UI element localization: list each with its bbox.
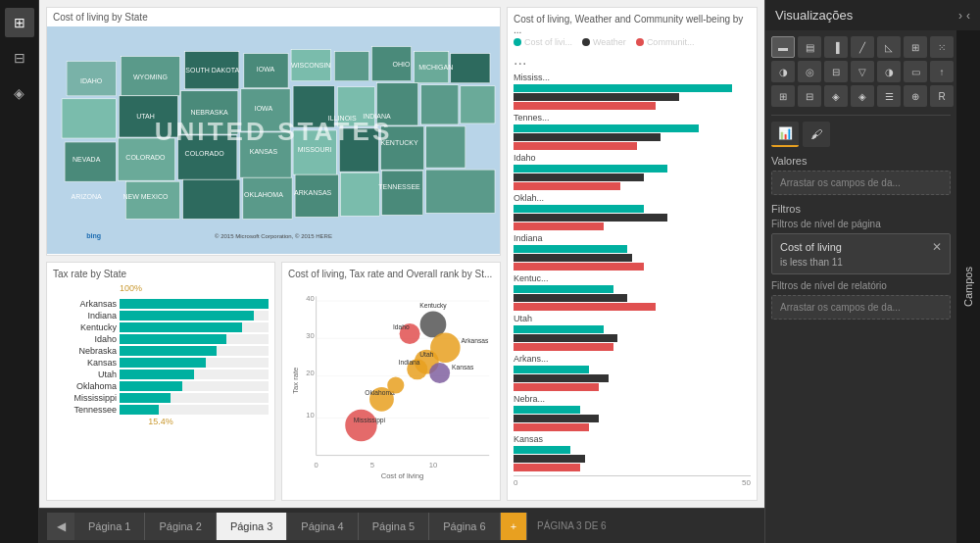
page-tabs: ◀ Página 1 Página 2 Página 3 Página 4 Pá… [39, 508, 764, 543]
viz-icon-funnel[interactable]: ▽ [851, 61, 874, 82]
svg-rect-9 [451, 54, 490, 83]
axis-50: 50 [742, 478, 751, 487]
filter-card-close[interactable]: ✕ [932, 240, 942, 254]
hbar-container: Mississ... Tennes... Idaho [514, 73, 751, 471]
viz-icon-card[interactable]: ▭ [904, 61, 927, 82]
viz-icon-scatter[interactable]: ⁙ [930, 36, 954, 58]
tax-top-pct-container: 100% [53, 283, 269, 297]
viz-icon-treemap[interactable]: ⊟ [824, 61, 848, 82]
svg-text:SOUTH DAKOTA: SOUTH DAKOTA [185, 67, 239, 74]
hbar-group-2: Idaho [514, 153, 751, 190]
viz-icon-column[interactable]: ▐ [824, 36, 848, 58]
svg-rect-33 [426, 170, 495, 213]
page-tab-4[interactable]: Página 4 [287, 513, 358, 540]
home-icon[interactable]: ⊞ [5, 8, 34, 37]
viz-icon-area[interactable]: ◺ [877, 36, 901, 58]
right-panel-body: ▬ ▤ ▐ ╱ ◺ ⊞ ⁙ ◑ ◎ ⊟ ▽ ◑ ▭ ↑ ⊞ ⊟ ◈ [765, 30, 980, 543]
viz-icon-pie[interactable]: ◑ [771, 61, 795, 82]
page-tab-5[interactable]: Página 5 [359, 513, 429, 540]
hbar-row-0-0 [514, 84, 751, 92]
tax-label-7: Oklahoma [53, 381, 117, 391]
format-icon[interactable]: 🖌 [803, 122, 830, 147]
model-icon[interactable]: ◈ [5, 78, 34, 108]
viz-icon-gauge[interactable]: ◑ [877, 61, 901, 82]
viz-icon-kpi[interactable]: ↑ [930, 61, 954, 82]
viz-icon-table[interactable]: ⊞ [771, 85, 795, 107]
legend-item-2: Weather [582, 37, 626, 47]
hbar-group-7: Arkans... [514, 354, 751, 391]
svg-text:TENNESSEE: TENNESSEE [378, 183, 420, 190]
hbar-group-8: Nebra... [514, 394, 751, 431]
report-canvas: Cost of living by State [39, 0, 764, 508]
left-sidebar: ⊞ ⊟ ◈ [0, 0, 39, 543]
hbar-group-0: Mississ... [514, 73, 751, 110]
tax-label-5: Kansas [53, 358, 117, 368]
valores-title: Valores [771, 155, 951, 167]
viz-icon-r[interactable]: R [930, 85, 954, 107]
multibar-more: ... [514, 51, 751, 69]
svg-text:INDIANA: INDIANA [363, 113, 391, 120]
svg-text:KANSAS: KANSAS [250, 148, 278, 155]
tax-label-9: Tennessee [53, 405, 117, 415]
filtros-relatorio-drop-zone[interactable]: Arrastar os campos de da... [771, 295, 951, 320]
tax-row-0: Arkansas [53, 299, 269, 309]
viz-icon-matrix[interactable]: ⊟ [798, 85, 821, 107]
tax-label-0: Arkansas [53, 299, 117, 309]
viz-icon-custom[interactable]: ⊕ [904, 85, 927, 107]
campos-label[interactable]: Campos [956, 30, 980, 543]
page-tab-6[interactable]: Página 6 [429, 513, 500, 540]
hbar-label-9: Kansas [514, 434, 751, 444]
filtros-title: Filtros [771, 203, 951, 215]
viz-icon-map[interactable]: ◈ [824, 85, 848, 107]
tax-label-4: Nebraska [53, 346, 117, 356]
valores-drop-zone[interactable]: Arrastar os campos de da... [771, 171, 951, 195]
hbar-label-1: Tennes... [514, 113, 751, 123]
svg-rect-18 [461, 86, 495, 123]
tax-track-7 [120, 381, 269, 391]
svg-rect-28 [183, 179, 240, 219]
viz-icon-donut[interactable]: ◎ [798, 61, 821, 82]
scatter-title: Cost of living, Tax rate and Overall ran… [288, 269, 494, 279]
prev-page-btn[interactable]: ◀ [47, 513, 74, 540]
hbar-label-4: Indiana [514, 233, 751, 243]
svg-text:Kansas: Kansas [452, 364, 474, 370]
svg-text:© 2015 Microsoft Corporation, : © 2015 Microsoft Corporation, © 2015 HER… [215, 233, 332, 239]
tax-bottom-pct: 15.4% [53, 417, 269, 426]
tax-track-0 [120, 299, 269, 309]
page-tab-1[interactable]: Página 1 [74, 513, 145, 540]
right-panel-title: Visualizações [775, 8, 853, 23]
viz-icons-grid: ▬ ▤ ▐ ╱ ◺ ⊞ ⁙ ◑ ◎ ⊟ ▽ ◑ ▭ ↑ ⊞ ⊟ ◈ [771, 36, 951, 107]
map-background: IDAHO WYOMING SOUTH DAKOTA IOWA WISCONSI… [47, 26, 500, 254]
right-panel-arrows[interactable]: › ‹ [958, 9, 970, 23]
hbar-label-7: Arkans... [514, 354, 751, 364]
svg-text:Cost of living: Cost of living [381, 471, 424, 480]
viz-icon-barchart[interactable]: ▬ [771, 36, 795, 58]
multibar-title: Cost of living, Weather and Community we… [514, 14, 751, 35]
tax-label-6: Utah [53, 370, 117, 379]
tax-track-4 [120, 346, 269, 356]
viz-icon-filled-map[interactable]: ◈ [851, 85, 874, 107]
hbar-group-5: Kentuc... [514, 273, 751, 311]
page-tab-3[interactable]: Página 3 [217, 513, 287, 540]
viz-icon-stacked[interactable]: ▤ [798, 36, 821, 58]
fields-icon[interactable]: 📊 [771, 122, 799, 147]
legend-item-1: Cost of livi... [514, 37, 572, 47]
tax-row-8: Mississippi [53, 393, 269, 403]
tax-track-6 [120, 370, 269, 379]
add-page-btn[interactable]: + [501, 513, 527, 540]
svg-text:IOWA: IOWA [257, 66, 275, 73]
viz-icon-line[interactable]: ╱ [851, 36, 874, 58]
svg-text:Utah: Utah [419, 351, 433, 358]
viz-icon-ribbon[interactable]: ⊞ [904, 36, 927, 58]
table-icon[interactable]: ⊟ [5, 43, 34, 73]
page-tab-2[interactable]: Página 2 [145, 513, 216, 540]
svg-text:5: 5 [370, 461, 374, 469]
svg-text:0: 0 [315, 461, 318, 469]
hbar-label-0: Mississ... [514, 73, 751, 82]
svg-rect-10 [62, 99, 116, 138]
legend-item-3: Communit... [636, 37, 695, 47]
tax-row-5: Kansas [53, 358, 269, 368]
svg-text:NEVADA: NEVADA [73, 156, 101, 163]
hbar-group-3: Oklah... [514, 193, 751, 230]
viz-icon-slicer[interactable]: ☰ [877, 85, 901, 107]
